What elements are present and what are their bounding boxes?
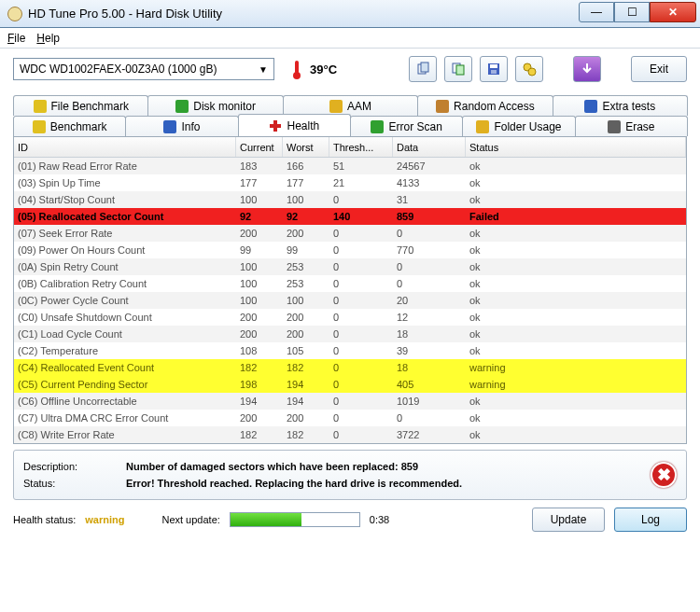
update-button[interactable]: Update (532, 508, 605, 532)
tab-icon (33, 120, 46, 133)
exit-button[interactable]: Exit (631, 56, 687, 82)
download-button[interactable] (573, 56, 601, 82)
menu-file[interactable]: File (7, 32, 25, 45)
tab-icon (329, 100, 343, 113)
col-id[interactable]: ID (14, 137, 236, 157)
col-data[interactable]: Data (393, 137, 466, 157)
tab-icon (175, 100, 189, 113)
table-row[interactable]: (C6) Offline Uncorrectable19419401019ok (14, 393, 686, 410)
menu-help[interactable]: Help (36, 32, 60, 45)
table-row[interactable]: (C2) Temperature108105039ok (14, 342, 686, 359)
window-title: HD Tune Pro 5.00 - Hard Disk Utility (28, 7, 579, 21)
tab-extra-tests[interactable]: Extra tests (553, 95, 688, 116)
tab-random-access[interactable]: Random Access (417, 95, 553, 116)
screenshot-button[interactable] (444, 56, 472, 82)
table-row[interactable]: (C7) Ultra DMA CRC Error Count20020000ok (14, 410, 686, 426)
table-row[interactable]: (0B) Calibration Retry Count10025300ok (14, 275, 686, 292)
toolbar: WDC WD1002FAEX-00Z3A0 (1000 gB) ▼ 39°C E… (0, 49, 700, 90)
log-button[interactable]: Log (614, 508, 687, 532)
tab-health[interactable]: Health (238, 114, 351, 136)
tab-benchmark[interactable]: Benchmark (13, 116, 126, 136)
tab-erase[interactable]: Erase (575, 116, 688, 136)
table-row[interactable]: (0A) Spin Retry Count10025300ok (14, 258, 686, 275)
table-row[interactable]: (C0) Unsafe Shutdown Count200200012ok (14, 309, 686, 326)
col-current[interactable]: Current (236, 137, 283, 157)
table-row[interactable]: (04) Start/Stop Count100100031ok (14, 191, 686, 208)
desc-text: Number of damaged sectors which have bee… (126, 458, 651, 475)
footer: Health status: warning Next update: 0:38… (13, 508, 687, 532)
minimize-button[interactable]: — (579, 2, 614, 22)
drive-select[interactable]: WDC WD1002FAEX-00Z3A0 (1000 gB) ▼ (13, 58, 274, 80)
settings-button[interactable] (515, 56, 543, 82)
svg-rect-5 (490, 64, 497, 68)
save-button[interactable] (480, 56, 508, 82)
chevron-down-icon: ▼ (259, 64, 268, 75)
svg-point-8 (528, 68, 536, 76)
column-header: ID Current Worst Thresh... Data Status (14, 137, 686, 158)
tab-icon (476, 120, 489, 133)
next-update-label: Next update: (161, 514, 219, 525)
tab-icon (608, 120, 621, 133)
tab-error-scan[interactable]: Error Scan (350, 116, 463, 136)
desc-label: Description: (23, 458, 126, 475)
tabs-container: File BenchmarkDisk monitorAAMRandom Acce… (0, 90, 700, 136)
tab-folder-usage[interactable]: Folder Usage (462, 116, 575, 136)
tab-file-benchmark[interactable]: File Benchmark (13, 95, 148, 116)
copy-button[interactable] (409, 56, 437, 82)
tab-aam[interactable]: AAM (283, 95, 418, 116)
thermometer-icon (291, 59, 302, 79)
table-row[interactable]: (C4) Reallocated Event Count182182018war… (14, 359, 686, 376)
tab-icon (371, 120, 384, 133)
status-text: Error! Threshold reached. Replacing the … (126, 475, 651, 492)
table-row[interactable]: (09) Power On Hours Count99990770ok (14, 242, 686, 258)
tab-icon (269, 119, 282, 132)
drive-selected: WDC WD1002FAEX-00Z3A0 (1000 gB) (20, 63, 217, 76)
table-row[interactable]: (03) Spin Up Time177177214133ok (14, 174, 686, 191)
temperature-value: 39°C (310, 63, 337, 76)
menubar: File Help (0, 28, 700, 49)
col-worst[interactable]: Worst (283, 137, 329, 157)
info-panel: Description: Status: Number of damaged s… (13, 450, 687, 500)
app-icon (7, 7, 22, 21)
tab-icon (584, 100, 597, 113)
table-row[interactable]: (C8) Write Error Rate18218203722ok (14, 426, 686, 443)
tab-info[interactable]: Info (125, 116, 238, 136)
col-threshold[interactable]: Thresh... (329, 137, 393, 157)
status-label: Status: (23, 475, 126, 492)
svg-rect-10 (270, 124, 281, 128)
titlebar: HD Tune Pro 5.00 - Hard Disk Utility — ☐… (0, 0, 700, 28)
table-row[interactable]: (05) Reallocated Sector Count9292140859F… (14, 208, 686, 225)
col-status[interactable]: Status (466, 137, 686, 157)
temperature-display: 39°C (291, 59, 337, 79)
close-button[interactable]: ✕ (650, 2, 696, 22)
svg-rect-3 (456, 65, 464, 75)
smart-table: ID Current Worst Thresh... Data Status (… (13, 136, 687, 444)
tab-disk-monitor[interactable]: Disk monitor (147, 95, 283, 116)
table-row[interactable]: (0C) Power Cycle Count100100020ok (14, 292, 686, 309)
svg-rect-6 (491, 70, 497, 74)
table-row[interactable]: (C5) Current Pending Sector1981940405war… (14, 376, 686, 393)
table-row[interactable]: (C1) Load Cycle Count200200018ok (14, 326, 686, 342)
countdown: 0:38 (370, 514, 389, 525)
svg-rect-1 (421, 63, 428, 72)
table-row[interactable]: (07) Seek Error Rate20020000ok (14, 225, 686, 242)
tab-icon (436, 100, 449, 113)
health-label: Health status: (13, 514, 76, 525)
error-icon: ✖ (651, 462, 677, 488)
table-row[interactable]: (01) Raw Read Error Rate1831665124567ok (14, 158, 686, 174)
health-status: warning (85, 514, 124, 525)
tab-icon (34, 100, 47, 113)
maximize-button[interactable]: ☐ (614, 2, 650, 22)
progress-bar (230, 512, 360, 527)
tab-icon (163, 120, 176, 133)
